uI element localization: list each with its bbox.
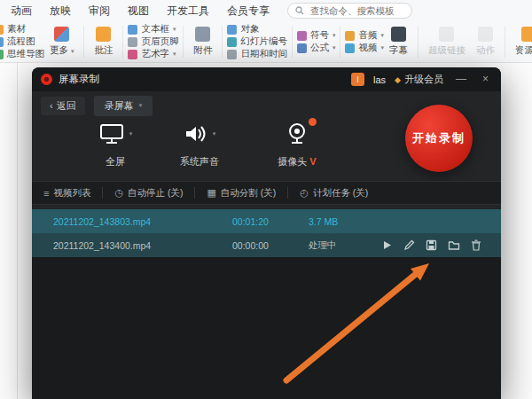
play-icon[interactable] — [381, 239, 393, 251]
toolbar-item-action: 动作 — [471, 27, 500, 57]
wordart-icon — [128, 50, 137, 59]
back-button[interactable]: ‹ 返回 — [41, 97, 85, 115]
speaker-icon — [184, 122, 208, 145]
menu-devtools[interactable]: 开发工具 — [167, 4, 209, 19]
chevron-down-icon: ▾ — [129, 130, 133, 137]
record-app-icon — [41, 74, 52, 85]
command-search[interactable] — [287, 3, 412, 19]
toolbar-item-audio[interactable]: 音频 ▾ — [345, 30, 384, 41]
toolbar-item-resource[interactable]: 资源夹 — [510, 27, 532, 57]
symbol-icon — [297, 31, 307, 41]
minimize-button[interactable]: — — [452, 67, 470, 91]
camera-option[interactable]: 摄像头V — [253, 117, 341, 168]
search-input[interactable] — [309, 4, 404, 17]
resource-folder-icon — [521, 27, 532, 42]
table-row[interactable]: 20211202_143400.mp4 00:00:00 处理中 — [32, 233, 501, 257]
toolbar-item-slide-number[interactable]: 幻灯片编号 — [227, 36, 287, 47]
toolbar-label: 对象 — [240, 23, 259, 35]
toolbar-item-material[interactable]: 素材 — [0, 24, 44, 35]
system-sound-option[interactable]: ▾ 系统声音 — [155, 117, 244, 168]
toolbar-label: 流程图 — [7, 35, 35, 48]
chevron-down-icon: ▾ — [332, 32, 336, 39]
menu-member[interactable]: 会员专享 — [227, 4, 270, 19]
close-button[interactable]: × — [479, 67, 492, 91]
file-size: 3.7 MB — [309, 216, 379, 227]
header-footer-icon — [128, 37, 137, 47]
edit-icon[interactable] — [403, 239, 415, 251]
file-name: 20211202_143400.mp4 — [53, 240, 232, 251]
toolbar-divider — [222, 26, 223, 58]
toolbar-divider — [83, 26, 84, 58]
toolbar-label: 文本框 — [141, 23, 169, 35]
hyperlink-icon — [439, 27, 454, 42]
brand-icon: l — [351, 73, 364, 86]
fullscreen-label: 全屏 — [71, 155, 160, 168]
toolbar-item-datetime[interactable]: 日期和时间 — [227, 49, 287, 59]
toolbar-divider — [505, 26, 505, 58]
toolbar-divider — [183, 26, 184, 58]
toolbar-label: 音频 — [358, 29, 377, 42]
toolbar-item-attachment[interactable]: 附件 — [188, 27, 217, 57]
start-record-button[interactable]: 开始录制 — [405, 105, 473, 172]
fullscreen-option[interactable]: ▾ 全屏 — [71, 117, 160, 168]
record-mode-dropdown[interactable]: 录屏幕 ▾ — [94, 96, 153, 116]
split-icon: ▦ — [207, 187, 215, 199]
more-icon — [54, 27, 69, 42]
toolbar-item-comment[interactable]: 批注 — [89, 27, 118, 57]
menu-slideshow[interactable]: 放映 — [50, 4, 71, 19]
toolbar-item-flowchart[interactable]: 流程图 — [0, 36, 44, 47]
menu-view[interactable]: 视图 — [128, 4, 149, 19]
tab-schedule[interactable]: ◴ 计划任务 (关) — [288, 182, 379, 204]
tab-video-list[interactable]: ≡ 视频列表 — [32, 182, 102, 204]
delete-icon[interactable] — [471, 239, 481, 251]
subtitle-icon — [391, 27, 406, 42]
row-actions — [381, 239, 481, 251]
toolbar-item-video[interactable]: 视频 ▾ — [345, 43, 384, 53]
file-duration: 00:00:00 — [232, 240, 309, 251]
upgrade-member-button[interactable]: ◆ 升级会员 — [395, 73, 443, 86]
table-row[interactable]: 20211202_143803.mp4 00:01:20 3.7 MB — [32, 209, 501, 233]
window-body — [32, 257, 501, 399]
tab-auto-stop[interactable]: ◷ 自动停止 (关) — [103, 182, 194, 204]
menu-animation[interactable]: 动画 — [11, 4, 32, 19]
mindmap-icon — [0, 50, 4, 59]
camera-vip-badge: V — [309, 156, 316, 167]
toolbar-item-textbox[interactable]: 文本框 ▾ — [128, 24, 178, 35]
menu-review[interactable]: 审阅 — [89, 4, 110, 19]
tab-auto-split[interactable]: ▦ 自动分割 (关) — [195, 182, 287, 204]
file-duration: 00:01:20 — [232, 216, 309, 227]
toolbar-item-more[interactable]: 更多 ▾ — [44, 27, 79, 57]
toolbar-item-symbol[interactable]: 符号 ▾ — [297, 30, 336, 41]
toolbar-label: 艺术字 — [141, 48, 169, 60]
toolbar-item-mindmap[interactable]: 思维导图 — [0, 49, 44, 59]
toolbar-label: 动作 — [476, 44, 495, 57]
comment-icon — [96, 27, 111, 42]
start-record-label: 开始录制 — [412, 130, 466, 146]
toolbar-item-object[interactable]: 对象 — [227, 24, 287, 35]
toolbar-item-formula[interactable]: 公式 ▾ — [297, 43, 336, 53]
system-sound-label: 系统声音 — [155, 155, 244, 168]
toolbar-label: 字幕 — [389, 44, 408, 57]
toolbar-item-wordart[interactable]: 艺术字 ▾ — [128, 49, 178, 59]
screen-recorder-window: 屏幕录制 l las ◆ 升级会员 — × ‹ 返回 录屏幕 ▾ — [32, 67, 501, 399]
material-icon — [0, 25, 4, 35]
toolbar-divider — [122, 26, 123, 58]
textbox-icon — [128, 25, 137, 35]
toolbar-label: 日期和时间 — [240, 48, 287, 60]
toolbar-item-header-footer[interactable]: 页眉页脚 — [128, 36, 178, 47]
list-icon: ≡ — [43, 188, 49, 199]
toolbar-label: 资源夹 — [515, 44, 532, 57]
toolbar-label: 素材 — [7, 23, 26, 35]
folder-icon[interactable] — [448, 239, 460, 251]
formula-icon — [297, 43, 307, 53]
file-name: 20211202_143803.mp4 — [53, 216, 232, 227]
chevron-down-icon: ▾ — [139, 102, 143, 109]
datetime-icon — [227, 50, 237, 59]
attachment-icon — [195, 27, 210, 42]
save-icon[interactable] — [426, 239, 437, 251]
toolbar-item-subtitle[interactable]: 字幕 — [384, 27, 413, 57]
ribbon-toolbar: 素材 流程图 思维导图 更多 ▾ 批注 文本框 ▾ 页眉页脚 艺术字 — [0, 21, 532, 63]
video-list: 20211202_143803.mp4 00:01:20 3.7 MB 2021… — [32, 209, 501, 257]
tab-label: 自动停止 (关) — [128, 187, 183, 200]
chevron-down-icon: ▾ — [213, 130, 216, 137]
